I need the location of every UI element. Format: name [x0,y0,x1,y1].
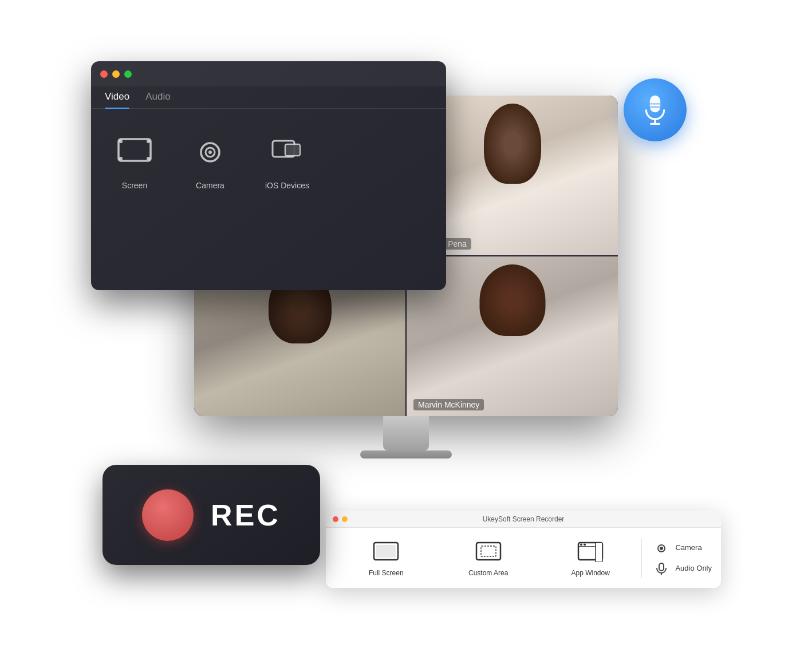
camera-label: Camera [196,181,224,190]
custom-area-icon [475,541,502,562]
camera-right-label: Camera [675,543,701,552]
svg-point-4 [147,157,150,160]
panel-body: Full Screen Custom Area [326,528,721,588]
mic-icon [641,94,669,126]
custom-label: Custom Area [468,569,508,577]
svg-point-7 [208,151,212,154]
camera-small-icon [655,542,668,554]
option-ios[interactable]: iOS Devices [265,132,309,190]
window-tabs: Video Audio [91,91,446,109]
panel-option-custom[interactable]: Custom Area [437,539,539,577]
panel-min-button[interactable] [342,516,348,522]
svg-rect-22 [659,563,664,571]
camera-right-icon [653,540,669,556]
svg-rect-0 [119,139,151,161]
panel-close-button[interactable] [333,516,338,522]
svg-point-1 [119,140,123,143]
camera-icon-box [190,132,231,173]
rec-card[interactable]: REC [103,465,320,565]
scene: Ronald Richards Eleanor Pena Marvin McKi… [91,50,721,622]
panel-title: UkeySoft Screen Recorder [483,515,565,523]
svg-rect-14 [481,546,496,556]
rec-label: REC [211,498,281,532]
svg-point-17 [580,543,582,545]
panel-option-appwindow[interactable]: App Window [539,539,641,577]
audio-only-label: Audio Only [675,564,712,572]
minimize-button[interactable] [112,70,120,78]
appwindow-label: App Window [571,569,609,577]
panel-option-audio-only[interactable]: Audio Only [653,560,712,576]
camera-icon [192,136,228,168]
screen-label: Screen [122,181,147,190]
tab-audio[interactable]: Audio [145,91,170,108]
svg-point-21 [660,547,663,550]
tab-video[interactable]: Video [105,91,129,108]
close-button[interactable] [100,70,108,78]
fullscreen-label: Full Screen [369,569,404,577]
monitor-stand [383,416,429,450]
ios-label: iOS Devices [265,181,309,190]
audio-only-icon [655,562,668,575]
rec-indicator [142,489,194,541]
svg-rect-10 [286,145,299,155]
screen-icon-box [114,132,155,173]
svg-point-2 [147,140,150,143]
video-label-marvin: Marvin McKinney [413,399,484,410]
custom-icon-wrap [474,539,503,564]
fullscreen-icon [373,541,399,562]
panel-titlebar: UkeySoft Screen Recorder [326,511,721,528]
fullscreen-icon-wrap [372,539,400,564]
svg-point-3 [119,157,123,160]
svg-rect-13 [476,543,500,560]
recorder-panel: UkeySoft Screen Recorder Full Screen [326,511,721,588]
maximize-button[interactable] [124,70,132,78]
icon-options-row: Screen Camera [91,109,446,190]
ios-icon-box [267,132,308,173]
svg-point-18 [584,543,586,545]
panel-option-camera[interactable]: Camera [653,540,712,556]
screen-icon [116,137,153,168]
appwindow-icon [577,541,604,562]
monitor-base [360,450,452,458]
svg-rect-12 [376,545,396,558]
svg-rect-19 [596,543,602,562]
ios-icon [269,136,306,168]
titlebar [91,61,446,86]
app-window: Video Audio Screen [91,61,446,290]
panel-option-fullscreen[interactable]: Full Screen [335,539,437,577]
panel-right-options: Camera Audio Only [642,540,712,576]
option-camera[interactable]: Camera [190,132,231,190]
audio-icon [653,560,669,576]
appwindow-icon-wrap [576,539,605,564]
mic-bubble[interactable] [624,78,687,141]
option-screen[interactable]: Screen [114,132,155,190]
